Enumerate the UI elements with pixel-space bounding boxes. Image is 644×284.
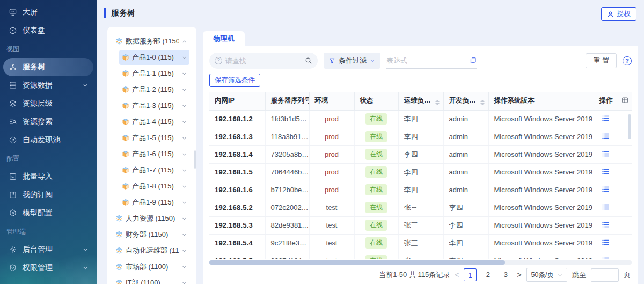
chevron-down-icon[interactable]	[182, 184, 187, 189]
row-actions-icon[interactable]	[602, 221, 610, 229]
tree-item[interactable]: 产品1-3 (115)	[107, 98, 196, 114]
col-header-status[interactable]: 状态	[354, 92, 398, 110]
row-actions-icon[interactable]	[602, 256, 610, 260]
prev-page-button[interactable]: <	[455, 271, 459, 279]
authorize-button[interactable]: 授权	[601, 7, 636, 21]
tree-item[interactable]: 产品1-1 (115)	[107, 65, 196, 82]
tree-item-inner[interactable]: 市场部 (1100)	[113, 259, 189, 274]
sidebar-item-resource-search[interactable]: 资源搜索	[3, 113, 93, 131]
search-box[interactable]: ?	[209, 53, 318, 69]
col-header-ops-owner[interactable]: 运维负…	[398, 92, 443, 110]
next-page-button[interactable]: >	[517, 271, 521, 279]
tree-item-inner[interactable]: 人力资源 (1150)	[113, 211, 189, 226]
condition-filter-dropdown[interactable]: 条件过滤	[324, 53, 380, 69]
chevron-down-icon[interactable]	[182, 152, 187, 157]
tree-item[interactable]: 人力资源 (1150)	[107, 210, 196, 227]
horizontal-scrollbar[interactable]	[209, 260, 632, 265]
copy-icon[interactable]	[470, 57, 477, 64]
table-row[interactable]: 192.168.1.3118a3b91…prod在线李四adminMicroso…	[209, 128, 632, 145]
tree-item-inner[interactable]: 产品1-2 (115)	[119, 82, 189, 97]
sidebar-item-permission-admin[interactable]: 权限管理	[3, 259, 93, 277]
col-header-settings[interactable]	[618, 92, 632, 110]
sidebar-item-resource-data[interactable]: 资源数据	[3, 76, 93, 94]
tree-item[interactable]: 产品1-2 (115)	[107, 82, 196, 98]
table-row[interactable]: 192.168.5.49c21f8e3…test在线张三李四Microsoft …	[209, 234, 632, 252]
sort-icon[interactable]	[480, 100, 485, 105]
row-actions-icon[interactable]	[602, 150, 610, 158]
chevron-down-icon[interactable]	[182, 55, 187, 60]
chevron-down-icon[interactable]	[182, 168, 187, 173]
expression-input[interactable]	[386, 56, 470, 64]
row-actions-icon[interactable]	[602, 114, 610, 122]
table-row[interactable]: 192.168.5.53927d134…test在线张三李四Microsoft …	[209, 252, 632, 259]
col-header-dev-owner[interactable]: 开发负…	[443, 92, 488, 110]
page-button-1[interactable]: 1	[464, 268, 477, 281]
row-actions-icon[interactable]	[602, 203, 610, 211]
sidebar-item-big-screen[interactable]: 大屏	[3, 3, 93, 21]
tree-item[interactable]: 市场部 (1100)	[107, 259, 196, 275]
chevron-down-icon[interactable]	[182, 265, 187, 270]
table-row[interactable]: 192.168.1.473205a8b…prod在线李四adminMicroso…	[209, 145, 632, 163]
vertical-scrollbar[interactable]	[628, 114, 631, 139]
chevron-down-icon[interactable]	[182, 120, 187, 125]
table-row[interactable]: 192.168.1.57064446b…prod在线李四adminMicroso…	[209, 163, 632, 181]
search-input[interactable]	[225, 57, 302, 65]
tree-item-inner[interactable]: 产品1-8 (115)	[119, 179, 189, 194]
tree-item[interactable]: 产品1-7 (115)	[107, 162, 196, 178]
table-row[interactable]: 192.168.5.382de9381…test在线张三李四Microsoft …	[209, 216, 632, 234]
tree-item-inner[interactable]: 产品1-3 (115)	[119, 98, 189, 113]
chevron-down-icon[interactable]	[182, 104, 187, 108]
col-header-serial[interactable]: 服务器序列号	[265, 92, 309, 110]
table-row[interactable]: 192.168.5.2072c2002…test在线张三李四Microsoft …	[209, 199, 632, 216]
page-button-3[interactable]: 3	[499, 268, 512, 281]
tree-item[interactable]: 数据服务部 (1150)	[107, 33, 196, 49]
horizontal-scrollbar-thumb[interactable]	[209, 260, 505, 265]
sidebar-item-my-subscriptions[interactable]: 我的订阅	[3, 186, 93, 204]
column-settings-icon[interactable]	[621, 97, 628, 104]
page-size-select[interactable]: 50条/页	[526, 268, 567, 282]
tree-item[interactable]: 产品1-0 (115)	[107, 49, 196, 65]
chevron-down-icon[interactable]	[182, 249, 187, 253]
search-icon[interactable]	[305, 57, 312, 64]
sidebar-item-resource-hierarchy[interactable]: 资源层级	[3, 94, 93, 113]
tree-item-inner[interactable]: 产品1-7 (115)	[119, 163, 189, 178]
row-actions-icon[interactable]	[602, 132, 610, 140]
tree-item-inner[interactable]: 自动化运维部 (1150)	[113, 243, 189, 258]
table-row[interactable]: 192.168.1.6b712b0be…prod在线李四adminMicroso…	[209, 181, 632, 199]
tree-item[interactable]: 产品1-9 (115)	[107, 194, 196, 210]
chevron-down-icon[interactable]	[182, 232, 187, 237]
chevron-down-icon[interactable]	[182, 216, 187, 221]
sidebar-item-batch-import[interactable]: 批量导入	[3, 168, 93, 186]
col-header-ip[interactable]: 内网IP	[209, 92, 265, 110]
tree-item-inner[interactable]: 数据服务部 (1150)	[113, 34, 189, 49]
tree-item-inner[interactable]: 财务部 (1150)	[113, 227, 189, 242]
col-header-env[interactable]: 环境	[309, 92, 354, 110]
tree-item-inner[interactable]: IT部 (1100)	[113, 275, 189, 284]
help-icon[interactable]: ?	[623, 56, 632, 65]
sidebar-item-backend-admin[interactable]: 后台管理	[3, 241, 93, 259]
tree-item-inner[interactable]: 产品1-0 (115)	[119, 50, 189, 65]
tab-physical-machine[interactable]: 物理机	[203, 31, 245, 46]
tree-item-inner[interactable]: 产品1-1 (115)	[119, 66, 189, 81]
chevron-down-icon[interactable]	[182, 281, 187, 284]
sidebar-item-service-tree[interactable]: 服务树	[3, 58, 93, 76]
jump-to-input[interactable]	[591, 268, 619, 282]
col-header-os[interactable]: 操作系统版本	[488, 92, 594, 110]
row-actions-icon[interactable]	[602, 185, 610, 193]
tree-item[interactable]: 产品1-6 (115)	[107, 146, 196, 162]
tree-item[interactable]: 产品1-5 (115)	[107, 130, 196, 146]
reset-button[interactable]: 重 置	[586, 53, 617, 68]
table-row[interactable]: 192.168.1.21fd3b1d5…prod在线李四adminMicroso…	[209, 110, 632, 128]
tree-item[interactable]: 产品1-4 (115)	[107, 114, 196, 130]
tree-item-inner[interactable]: 产品1-5 (115)	[119, 130, 189, 145]
row-actions-icon[interactable]	[602, 238, 610, 246]
tree-item[interactable]: IT部 (1100)	[107, 275, 196, 284]
tree-scrollbar[interactable]	[194, 150, 196, 169]
chevron-down-icon[interactable]	[182, 71, 187, 76]
chevron-down-icon[interactable]	[182, 136, 187, 141]
row-actions-icon[interactable]	[602, 168, 610, 176]
sidebar-item-auto-discovery-pool[interactable]: 自动发现池	[3, 131, 93, 149]
tree-item[interactable]: 财务部 (1150)	[107, 227, 196, 243]
tree-item-inner[interactable]: 产品1-6 (115)	[119, 147, 189, 162]
tree-item[interactable]: 产品1-8 (115)	[107, 178, 196, 194]
